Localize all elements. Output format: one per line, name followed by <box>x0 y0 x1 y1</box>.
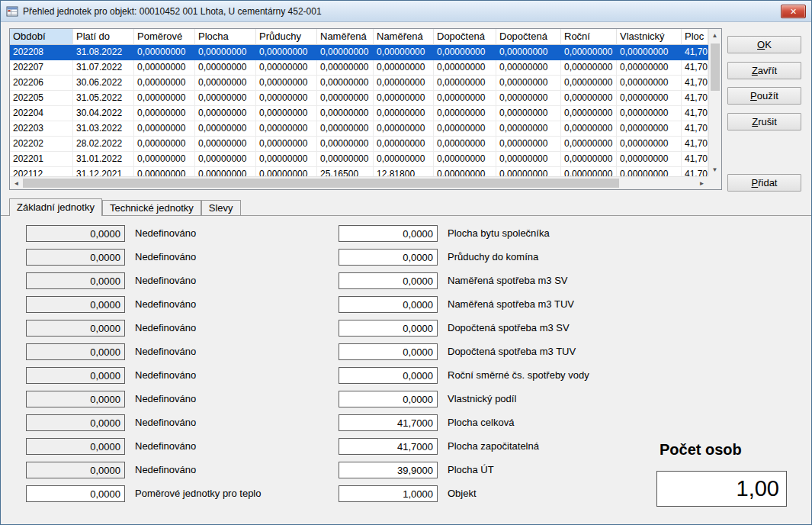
apply-button[interactable]: Použít <box>727 87 801 105</box>
right-value-field[interactable] <box>339 414 438 431</box>
app-icon <box>6 5 18 18</box>
right-value-field[interactable] <box>339 391 438 407</box>
grid-cell: 0,00000000 <box>496 60 561 76</box>
right-field-label: Dopočtená spotřeba m3 TUV <box>448 343 576 360</box>
left-value-field[interactable] <box>26 485 125 502</box>
right-field-label: Plocha započitatelná <box>448 438 539 455</box>
grid-cell: 41,70 <box>682 121 708 137</box>
person-count-field[interactable]: 1,00 <box>656 471 787 507</box>
grid-cell: 0,00000000 <box>195 167 256 176</box>
form-right-column: Plocha bytu společníkaPrůduchy do komína… <box>339 225 589 509</box>
vertical-scroll-thumb[interactable] <box>711 43 720 91</box>
horizontal-scrollbar[interactable]: ◄ ► <box>10 176 708 189</box>
left-form-row: Nedefinováno <box>26 367 261 384</box>
grid-column-header[interactable]: Poměrové <box>134 29 195 45</box>
grid-cell: 202201 <box>10 152 73 167</box>
grid-cell: 0,00000000 <box>496 76 561 91</box>
add-button[interactable]: Přidat <box>727 174 801 192</box>
ok-button[interactable]: OK <box>727 36 801 53</box>
grid-row[interactable]: 20220430.04.20220,000000000,000000000,00… <box>10 106 708 121</box>
right-field-label: Roční směrné čs. spotřeby vody <box>448 367 589 384</box>
tab-zakladni-jednotky[interactable]: Základní jednotky <box>9 198 102 216</box>
grid-row[interactable]: 20220831.08.20220,000000000,000000000,00… <box>10 45 708 60</box>
grid-column-header[interactable]: Dopočtená <box>496 29 561 45</box>
left-value-field <box>26 367 125 384</box>
tab-technicke-jednotky[interactable]: Technické jednotky <box>102 200 201 215</box>
left-form-row: Poměrové jednotky pro teplo <box>26 485 261 502</box>
scroll-left-icon[interactable]: ◄ <box>10 177 23 190</box>
grid-column-header[interactable]: Naměřená <box>317 29 374 45</box>
grid-row[interactable]: 20220331.03.20220,000000000,000000000,00… <box>10 121 708 137</box>
horizontal-scroll-thumb[interactable] <box>23 179 619 188</box>
scroll-down-icon[interactable]: ▼ <box>708 163 721 176</box>
grid-column-header[interactable]: Platí do <box>73 29 134 45</box>
left-field-label: Nedefinováno <box>135 391 196 407</box>
right-value-field[interactable] <box>339 343 438 360</box>
close-button[interactable]: ✕ <box>781 5 806 18</box>
scroll-right-icon[interactable]: ► <box>695 177 708 190</box>
left-field-label: Nedefinováno <box>135 272 196 289</box>
grid-cell: 0,00000000 <box>617 76 682 91</box>
grid-row[interactable]: 20220228.02.20220,000000000,000000000,00… <box>10 137 708 152</box>
right-value-field[interactable] <box>339 462 438 478</box>
left-form-row: Nedefinováno <box>26 272 261 289</box>
grid-cell: 31.08.2022 <box>73 45 134 60</box>
grid-cell: 0,00000000 <box>561 121 617 137</box>
grid-cell: 0,00000000 <box>561 91 617 106</box>
left-field-label: Nedefinováno <box>135 249 196 266</box>
grid-cell: 0,00000000 <box>317 76 374 91</box>
grid-cell: 0,00000000 <box>617 60 682 76</box>
right-value-field[interactable] <box>339 485 438 502</box>
left-form-row: Nedefinováno <box>26 462 261 478</box>
grid-header-row: ObdobíPlatí doPoměrovéPlochaPrůduchyNamě… <box>10 29 708 45</box>
right-value-field[interactable] <box>339 320 438 337</box>
grid-cell: 0,00000000 <box>561 167 617 176</box>
cancel-button[interactable]: Zrušit <box>727 113 801 130</box>
grid-column-header[interactable]: Ploc <box>682 29 708 45</box>
grid-row[interactable]: 20220731.07.20220,000000000,000000000,00… <box>10 60 708 76</box>
grid-cell: 0,00000000 <box>195 91 256 106</box>
grid-row[interactable]: 20220531.05.20220,000000000,000000000,00… <box>10 91 708 106</box>
grid-column-header[interactable]: Průduchy <box>256 29 317 45</box>
vertical-scrollbar[interactable]: ▲ ▼ <box>708 29 721 176</box>
left-value-field <box>26 343 125 360</box>
left-form-row: Nedefinováno <box>26 296 261 313</box>
grid-column-header[interactable]: Naměřená <box>374 29 434 45</box>
right-value-field[interactable] <box>339 272 438 289</box>
left-field-label: Nedefinováno <box>135 438 196 455</box>
grid-row[interactable]: 20220131.01.20220,000000000,000000000,00… <box>10 152 708 167</box>
right-field-label: Plocha ÚT <box>448 462 494 478</box>
grid-cell: 12,81800 <box>374 167 434 176</box>
grid-column-header[interactable]: Období <box>10 29 73 45</box>
grid-cell: 41,70 <box>682 60 708 76</box>
grid-cell: 0,00000000 <box>195 106 256 121</box>
scroll-up-icon[interactable]: ▲ <box>708 29 721 42</box>
grid-content: ObdobíPlatí doPoměrovéPlochaPrůduchyNamě… <box>10 29 708 176</box>
right-value-field[interactable] <box>339 367 438 384</box>
right-value-field[interactable] <box>339 438 438 455</box>
grid-column-header[interactable]: Plocha <box>195 29 256 45</box>
grid-cell: 202208 <box>10 45 73 60</box>
grid-row[interactable]: 20211231.12.20210,000000000,000000000,00… <box>10 167 708 176</box>
left-value-field <box>26 272 125 289</box>
left-value-field <box>26 391 125 407</box>
right-field-label: Dopočtená spotřeba m3 SV <box>448 320 570 337</box>
grid-row[interactable]: 20220630.06.20220,000000000,000000000,00… <box>10 76 708 91</box>
grid-cell: 31.07.2022 <box>73 60 134 76</box>
grid-column-header[interactable]: Dopočtená <box>434 29 496 45</box>
grid-cell: 0,00000000 <box>317 60 374 76</box>
right-value-field[interactable] <box>339 225 438 242</box>
grid-cell: 0,00000000 <box>256 45 317 60</box>
grid-cell: 0,00000000 <box>496 121 561 137</box>
title-bar[interactable]: Přehled jednotek pro objekt: 00010452 00… <box>1 1 811 22</box>
grid-cell: 0,00000000 <box>374 76 434 91</box>
grid-column-header[interactable]: Roční <box>561 29 617 45</box>
tab-slevy[interactable]: Slevy <box>201 200 241 215</box>
right-value-field[interactable] <box>339 296 438 313</box>
grid-column-header[interactable]: Vlastnický <box>617 29 682 45</box>
right-form-row: Plocha započitatelná <box>339 438 589 455</box>
left-value-field <box>26 438 125 455</box>
right-form-row: Plocha ÚT <box>339 462 589 478</box>
close-dialog-button[interactable]: Zavřít <box>727 62 801 79</box>
right-value-field[interactable] <box>339 249 438 266</box>
